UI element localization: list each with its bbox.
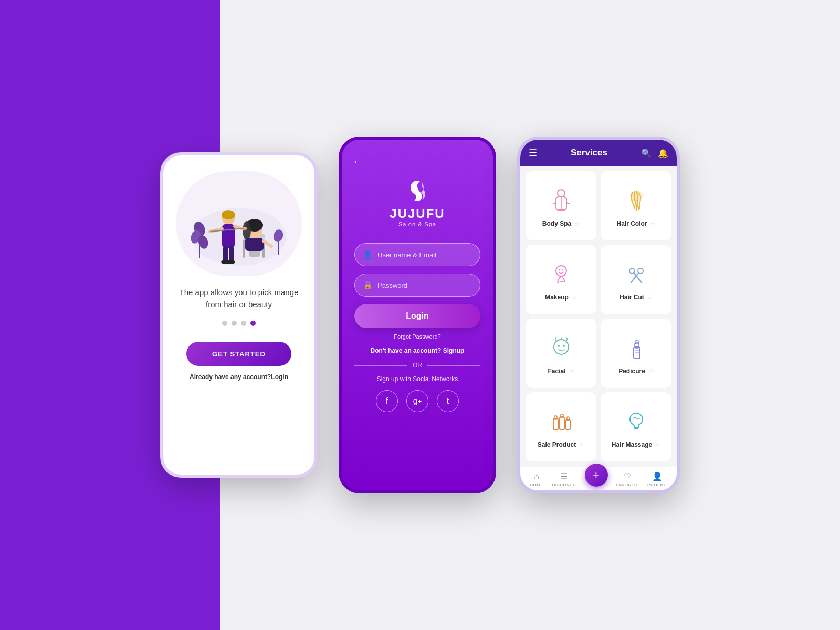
signup-link[interactable]: Signup xyxy=(443,347,465,354)
svg-point-40 xyxy=(563,345,565,347)
search-icon[interactable]: 🔍 xyxy=(641,148,652,158)
svg-point-30 xyxy=(556,266,566,276)
svg-point-32 xyxy=(562,269,563,271)
signup-row: Don't have an account? Signup xyxy=(371,347,465,354)
svg-point-15 xyxy=(222,210,235,219)
body-spa-card[interactable]: Body Spa ☆ xyxy=(526,171,596,240)
nav-discover[interactable]: ☰ DISCOVER xyxy=(552,471,576,487)
forgot-password-link[interactable]: Forgot Password? xyxy=(394,333,440,340)
password-field[interactable]: 🔒 Password xyxy=(354,274,480,297)
hair-massage-star[interactable]: ☆ xyxy=(655,441,660,448)
hair-massage-label: Hair Massage xyxy=(612,441,652,448)
svg-rect-41 xyxy=(634,347,640,359)
sale-product-star[interactable]: ☆ xyxy=(579,441,584,448)
svg-rect-46 xyxy=(560,417,564,430)
hair-cut-card[interactable]: Hair Cut ☆ xyxy=(601,245,671,314)
svg-point-20 xyxy=(244,227,247,230)
discover-label: DISCOVER xyxy=(552,482,576,487)
svg-rect-8 xyxy=(243,239,245,258)
makeup-icon xyxy=(547,260,576,289)
profile-icon: 👤 xyxy=(652,471,663,481)
twitter-button[interactable]: t xyxy=(437,390,459,412)
svg-line-33 xyxy=(558,281,565,282)
home-label: HOME xyxy=(530,482,543,487)
hair-color-label: Hair Color xyxy=(616,220,647,227)
svg-rect-21 xyxy=(223,246,228,262)
logo-area: JUJUFU Salon & Spa xyxy=(390,178,445,227)
dot-4 xyxy=(250,321,256,326)
svg-rect-12 xyxy=(245,238,264,251)
body-spa-label: Body Spa xyxy=(542,220,571,227)
svg-rect-43 xyxy=(635,341,638,344)
salon-illustration xyxy=(181,174,297,274)
hair-color-card[interactable]: Hair Color ☆ xyxy=(601,171,671,240)
home-icon: ⌂ xyxy=(534,472,539,481)
svg-rect-22 xyxy=(229,246,234,262)
hamburger-menu-icon[interactable]: ☰ xyxy=(529,147,537,159)
pedicure-icon xyxy=(622,334,651,363)
social-signup-text: Sign up with Social Networks xyxy=(377,375,458,383)
dot-2 xyxy=(232,321,237,326)
svg-point-0 xyxy=(192,208,286,266)
facial-icon xyxy=(547,334,576,363)
get-started-button[interactable]: GET STARTED xyxy=(186,342,291,366)
create-decision-button[interactable]: + xyxy=(585,464,608,487)
pagination-dots xyxy=(222,321,256,326)
username-field[interactable]: 👤 User name & Email xyxy=(354,243,480,266)
svg-rect-48 xyxy=(566,419,570,430)
discover-icon: ☰ xyxy=(560,471,568,481)
notification-icon[interactable]: 🔔 xyxy=(658,148,668,158)
dot-1 xyxy=(222,321,227,326)
pedicure-label: Pedicure xyxy=(618,368,645,375)
login-screen: ← JUJUFU Salon & Spa 👤 User name & Email… xyxy=(339,136,496,494)
onboarding-tagline: The app allows you to pick mange from ha… xyxy=(174,287,304,310)
nav-profile[interactable]: 👤 PROFILE xyxy=(647,471,667,487)
hair-color-icon xyxy=(622,186,651,216)
facial-star[interactable]: ☆ xyxy=(569,368,574,374)
nav-favorite[interactable]: ♡ FAVORITE xyxy=(616,471,639,487)
google-button[interactable]: g+ xyxy=(406,390,428,412)
favorite-icon: ♡ xyxy=(624,471,631,481)
profile-label: PROFILE xyxy=(647,482,667,487)
password-placeholder: Password xyxy=(377,281,407,289)
login-button[interactable]: Login xyxy=(354,304,480,328)
already-account-text: Already have any account?Login xyxy=(190,373,288,381)
facebook-button[interactable]: f xyxy=(376,390,398,412)
username-placeholder: User name & Email xyxy=(377,251,436,259)
logo-text: JUJUFU xyxy=(390,206,445,221)
makeup-star[interactable]: ☆ xyxy=(572,294,577,301)
svg-point-11 xyxy=(243,221,251,240)
sale-product-label: Sale Product xyxy=(538,441,576,448)
dot-3 xyxy=(241,321,246,326)
hair-cut-label: Hair Cut xyxy=(620,293,644,301)
hair-massage-icon xyxy=(622,407,651,437)
pedicure-star[interactable]: ☆ xyxy=(648,368,654,374)
makeup-label: Makeup xyxy=(545,293,569,301)
facial-card[interactable]: Facial ☆ xyxy=(526,319,596,388)
makeup-card[interactable]: Makeup ☆ xyxy=(526,245,596,314)
sale-product-icon xyxy=(547,407,576,437)
hair-massage-card[interactable]: Hair Massage ☆ xyxy=(601,392,671,461)
svg-point-38 xyxy=(554,340,569,354)
body-spa-star[interactable]: ☆ xyxy=(574,220,580,227)
hair-cut-icon xyxy=(622,260,651,289)
nav-home[interactable]: ⌂ HOME xyxy=(530,472,543,487)
hair-color-star[interactable]: ☆ xyxy=(650,220,656,227)
sale-product-card[interactable]: Sale Product ☆ xyxy=(526,392,596,461)
header-action-icons: 🔍 🔔 xyxy=(641,148,668,158)
lock-icon: 🔒 xyxy=(363,281,372,289)
divider: OR xyxy=(354,362,480,369)
illustration-area xyxy=(176,171,302,276)
svg-point-39 xyxy=(558,345,560,347)
hair-cut-star[interactable]: ☆ xyxy=(647,294,653,301)
facial-label: Facial xyxy=(548,368,565,375)
svg-point-31 xyxy=(559,269,560,271)
body-spa-icon xyxy=(547,186,576,216)
back-button[interactable]: ← xyxy=(352,155,363,167)
pedicure-card[interactable]: Pedicure ☆ xyxy=(601,319,671,388)
svg-point-24 xyxy=(227,260,235,264)
services-screen: ☰ Services 🔍 🔔 xyxy=(517,136,680,494)
bottom-navigation: ⌂ HOME ☰ DISCOVER + ♡ FAVORITE 👤 PROFILE xyxy=(520,467,677,490)
favorite-label: FAVORITE xyxy=(616,482,639,487)
services-title: Services xyxy=(571,148,607,158)
